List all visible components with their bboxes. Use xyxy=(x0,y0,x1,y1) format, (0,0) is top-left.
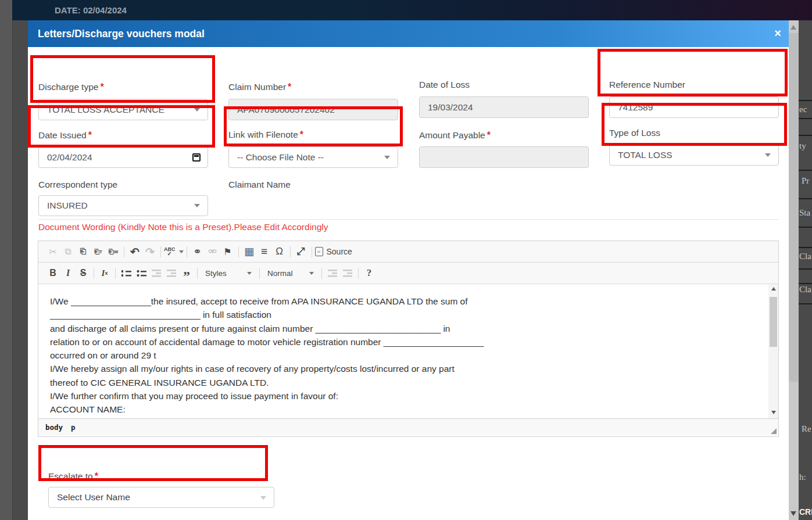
background-text-fragment: h: xyxy=(799,472,806,482)
correspondent-type-value: INSURED xyxy=(47,200,88,211)
document-wording-note: Document Wording (Kindly Note this is a … xyxy=(38,222,328,232)
escalate-to-placeholder: Select User Name xyxy=(57,492,130,503)
bold-icon[interactable]: B xyxy=(45,266,60,281)
escalate-to-select[interactable]: Select User Name xyxy=(48,487,274,508)
paragraph-format-dropdown[interactable]: Normal xyxy=(263,269,319,278)
horizontal-rule-icon[interactable]: ≡ xyxy=(257,244,272,259)
claimant-name-field: Claimant Name xyxy=(228,180,291,190)
source-label[interactable]: Source xyxy=(327,247,352,256)
document-editor: ✂ ⧉ ⎗ ⎗T ⎗W ↶ ↷ ABC✓ ⚭ ⚮ ⚑ xyxy=(38,241,779,437)
undo-icon[interactable]: ↶ xyxy=(127,244,142,259)
divider xyxy=(38,219,779,220)
about-icon[interactable]: ? xyxy=(362,266,377,281)
spellcheck-icon[interactable]: ABC✓ xyxy=(164,244,184,259)
remove-format-icon[interactable]: Ix xyxy=(97,266,112,281)
scroll-up-icon[interactable] xyxy=(790,25,796,30)
correspondent-type-field: Correspondent type xyxy=(38,180,117,190)
scroll-up-icon[interactable] xyxy=(768,284,778,293)
claim-number-label: Claim Number xyxy=(228,82,286,92)
background-text-fragment: Re xyxy=(802,424,811,434)
chevron-down-icon xyxy=(179,250,184,253)
link-filenote-label: Link with Filenote xyxy=(228,130,298,139)
chevron-down-icon xyxy=(194,108,200,112)
paste-from-word-icon[interactable]: ⎗W xyxy=(106,244,121,259)
resize-handle-icon[interactable] xyxy=(771,428,777,434)
letters-discharge-modal: Letters/Discharge vouchers modal × Disch… xyxy=(28,20,789,520)
paste-icon[interactable]: ⎗ xyxy=(76,244,91,259)
background-text-fragment: Pr xyxy=(802,176,809,186)
numbered-list-icon[interactable] xyxy=(119,266,134,281)
text-direction-rtl-icon[interactable] xyxy=(340,266,355,281)
modal-header: Letters/Discharge vouchers modal × xyxy=(28,20,789,47)
scrollbar-thumb[interactable] xyxy=(770,297,777,347)
date-of-loss-value: 19/03/2024 xyxy=(428,102,473,113)
type-of-loss-select[interactable]: TOTAL LOSS xyxy=(609,144,779,166)
document-line: thereof to CIC GENERAL INSURANCE UGANDA … xyxy=(50,376,767,389)
background-sidebar-inner xyxy=(12,20,28,520)
amount-payable-input xyxy=(419,146,589,168)
document-line: relation to or on account of accidental … xyxy=(50,335,767,349)
text-direction-ltr-icon[interactable] xyxy=(325,266,340,281)
source-icon[interactable]: ‹› xyxy=(315,244,327,259)
editor-scrollbar[interactable] xyxy=(768,284,778,418)
date-issued-input[interactable]: 02/04/2024 xyxy=(38,146,208,168)
correspondent-type-select[interactable]: INSURED xyxy=(38,195,208,216)
background-sidebar-strip xyxy=(0,0,12,520)
close-icon[interactable]: × xyxy=(774,20,781,46)
blockquote-icon[interactable]: ” xyxy=(179,266,194,281)
background-text-fragment: Cla xyxy=(799,252,811,261)
link-icon[interactable]: ⚭ xyxy=(190,244,205,259)
document-line: and discharge of all claims present or f… xyxy=(50,322,767,335)
scroll-down-icon[interactable] xyxy=(768,408,778,417)
scroll-down-icon[interactable] xyxy=(790,511,796,516)
bulleted-list-icon[interactable] xyxy=(134,266,149,281)
type-of-loss-field: Type of Loss xyxy=(609,128,660,138)
chevron-down-icon xyxy=(247,272,252,275)
maximize-icon[interactable]: ⤢ xyxy=(294,244,309,259)
document-line: I/We ________________the insured, accept… xyxy=(50,295,767,308)
background-right-strip: ec ty Pr Sta Cla Cla Re h: CRI xyxy=(799,20,812,520)
amount-payable-field: Amount Payable* xyxy=(419,130,491,141)
reference-number-field: Reference Number xyxy=(609,80,685,90)
increase-indent-icon[interactable] xyxy=(164,266,179,281)
discharge-type-field: Discharge type* xyxy=(38,82,104,92)
copy-icon[interactable]: ⧉ xyxy=(60,244,76,259)
cut-icon[interactable]: ✂ xyxy=(45,244,60,259)
claim-number-value: APA0709000057202402 xyxy=(237,105,335,115)
strikethrough-icon[interactable]: S xyxy=(76,266,91,281)
calendar-icon[interactable] xyxy=(192,153,201,162)
styles-dropdown[interactable]: Styles xyxy=(201,269,256,278)
editor-content[interactable]: I/We ________________the insured, accept… xyxy=(38,284,778,418)
amount-payable-label: Amount Payable xyxy=(419,130,485,140)
required-marker: * xyxy=(487,130,491,140)
claim-number-field: Claim Number* xyxy=(228,82,291,92)
link-filenote-select[interactable]: -- Choose File Note -- xyxy=(228,146,398,168)
document-line: I/We hereby assign all my/our rights in … xyxy=(50,362,767,375)
type-of-loss-label: Type of Loss xyxy=(609,128,660,138)
discharge-type-value: TOTAL LOSS ACCEPTANCE xyxy=(47,105,164,115)
special-character-icon[interactable]: Ω xyxy=(272,244,287,259)
background-text-fragment: Cla xyxy=(799,285,811,295)
required-marker: * xyxy=(288,82,291,92)
chevron-down-icon xyxy=(765,153,771,157)
screen: DATE: 02/04/2024 ec ty Pr Sta Cla Cla Re… xyxy=(0,0,812,520)
unlink-icon[interactable]: ⚮ xyxy=(205,244,220,259)
decrease-indent-icon[interactable] xyxy=(149,266,164,281)
path-p[interactable]: p xyxy=(71,423,76,432)
paste-plain-text-icon[interactable]: ⎗T xyxy=(91,244,106,259)
scrollbar-thumb[interactable] xyxy=(789,33,799,382)
escalate-to-label: Escalate to xyxy=(48,471,93,481)
anchor-flag-icon[interactable]: ⚑ xyxy=(220,244,235,259)
background-text-fragment: CRI xyxy=(799,507,812,517)
path-body[interactable]: body xyxy=(45,423,63,432)
discharge-type-select[interactable]: TOTAL LOSS ACCEPTANCE xyxy=(38,99,208,120)
italic-icon[interactable]: I xyxy=(60,266,76,281)
document-line: occurred on or around 29 t xyxy=(50,349,767,362)
modal-scrollbar[interactable] xyxy=(789,20,799,520)
background-top-bar: DATE: 02/04/2024 xyxy=(12,0,812,20)
reference-number-label: Reference Number xyxy=(609,80,685,89)
table-icon[interactable]: ▦ xyxy=(242,244,257,259)
reference-number-input[interactable]: 7412589 xyxy=(609,96,779,118)
redo-icon[interactable]: ↷ xyxy=(142,244,158,259)
document-line: ACCOUNT NAME: xyxy=(50,403,767,416)
